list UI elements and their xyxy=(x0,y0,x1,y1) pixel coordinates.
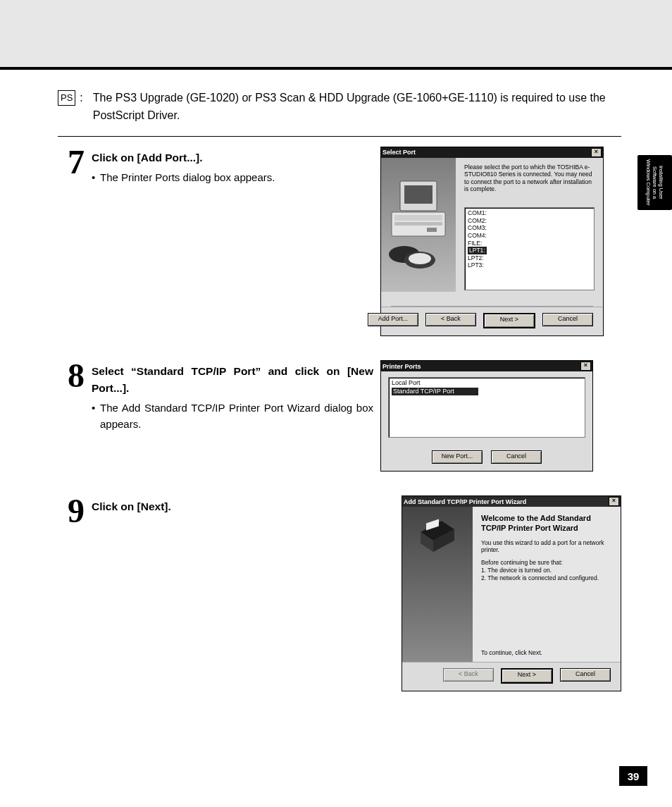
step-9: 9 Click on [Next]. Add Standard TCP/IP P… xyxy=(58,495,621,691)
svg-rect-4 xyxy=(394,222,442,226)
port-listbox[interactable]: COM1: COM2: COM3: COM4: FILE: LPT1: LPT2… xyxy=(464,207,595,290)
bullet-icon: • xyxy=(92,169,100,185)
dialog-message: Please select the port to which the TOSH… xyxy=(464,164,595,194)
step-title: Select “Standard TCP/IP Port” and click … xyxy=(92,363,373,397)
dialog-title: Select Port xyxy=(382,149,416,156)
wizard-banner xyxy=(402,507,473,662)
page-number: 39 xyxy=(619,766,647,786)
step-number: 8 xyxy=(58,360,85,390)
step-number: 9 xyxy=(58,495,85,526)
list-item[interactable]: COM3: xyxy=(468,224,591,232)
step-bullet: The Add Standard TCP/IP Printer Port Wiz… xyxy=(100,400,373,433)
cancel-button[interactable]: Cancel xyxy=(491,450,542,464)
close-icon[interactable]: × xyxy=(580,362,591,371)
step-7: 7 Click on [Add Port...]. • The Printer … xyxy=(58,147,621,337)
list-item[interactable]: LPT2: xyxy=(468,254,591,262)
cancel-button[interactable]: Cancel xyxy=(560,668,611,682)
tcpip-wizard-dialog: Add Standard TCP/IP Printer Port Wizard … xyxy=(402,495,621,691)
list-item[interactable]: Local Port xyxy=(392,379,582,388)
ps-note-row: PS : The PS3 Upgrade (GE-1020) or PS3 Sc… xyxy=(58,90,621,125)
page-header-bar xyxy=(0,0,672,70)
list-item-selected[interactable]: LPT1: xyxy=(468,247,487,254)
back-button[interactable]: < Back xyxy=(425,313,476,326)
port-type-listbox[interactable]: Local Port Standard TCP/IP Port xyxy=(388,377,585,438)
select-port-dialog: Select Port × xyxy=(380,147,604,337)
next-button[interactable]: Next > xyxy=(501,668,553,684)
list-item[interactable]: COM1: xyxy=(468,209,591,217)
printer-ports-dialog: Printer Ports × Local Port Standard TCP/… xyxy=(380,360,593,472)
step-title: Click on [Add Port...]. xyxy=(92,149,373,166)
list-item[interactable]: COM2: xyxy=(468,217,591,225)
list-item[interactable]: FILE: xyxy=(468,240,591,247)
svg-point-8 xyxy=(409,253,431,264)
next-button[interactable]: Next > xyxy=(483,313,535,328)
close-icon[interactable]: × xyxy=(609,497,619,506)
dialog-title: Add Standard TCP/IP Printer Port Wizard xyxy=(404,498,526,505)
wizard-before-label: Before continuing be sure that: xyxy=(481,559,612,567)
wizard-point: 1. The device is turned on. xyxy=(481,567,612,574)
svg-rect-1 xyxy=(404,185,433,204)
step-title: Click on [Next]. xyxy=(92,498,359,515)
dialog-illustration xyxy=(381,158,456,292)
section-divider xyxy=(58,136,621,137)
svg-rect-5 xyxy=(427,228,437,232)
ps-note-text: The PS3 Upgrade (GE-1020) or PS3 Scan & … xyxy=(93,90,621,125)
wizard-point: 2. The network is connected and configur… xyxy=(481,574,612,582)
colon: : xyxy=(80,90,82,107)
step-number: 7 xyxy=(58,147,85,177)
cancel-button[interactable]: Cancel xyxy=(542,313,593,326)
chapter-tab: Installing UserSoftware on aWindows Comp… xyxy=(637,155,672,210)
svg-rect-3 xyxy=(394,215,442,221)
ps-badge: PS xyxy=(58,90,75,106)
back-button: < Back xyxy=(443,668,494,682)
wizard-heading: Welcome to the Add Standard TCP/IP Print… xyxy=(481,514,612,534)
wizard-continue-text: To continue, click Next. xyxy=(481,649,542,656)
bullet-icon: • xyxy=(92,400,100,433)
wizard-subtext: You use this wizard to add a port for a … xyxy=(481,539,612,553)
close-icon[interactable]: × xyxy=(591,148,602,157)
list-item[interactable]: LPT3: xyxy=(468,261,591,269)
dialog-title: Printer Ports xyxy=(382,363,421,370)
list-item-selected[interactable]: Standard TCP/IP Port xyxy=(392,388,478,396)
add-port-button[interactable]: Add Port... xyxy=(368,313,418,326)
list-item[interactable]: COM4: xyxy=(468,232,591,240)
step-bullet: The Printer Ports dialog box appears. xyxy=(100,169,373,185)
step-8: 8 Select “Standard TCP/IP Port” and clic… xyxy=(58,360,621,472)
new-port-button[interactable]: New Port... xyxy=(432,450,483,464)
